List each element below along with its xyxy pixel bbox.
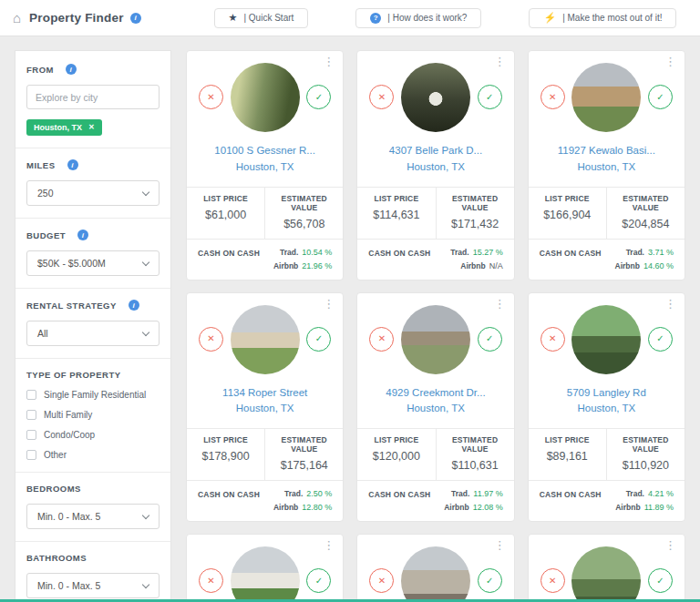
checkbox-single-family[interactable]: Single Family Residential (26, 390, 160, 400)
accept-button[interactable]: ✓ (648, 327, 673, 352)
accept-button[interactable]: ✓ (478, 85, 502, 109)
accept-button[interactable]: ✓ (306, 568, 331, 593)
property-card: ⋮ ✕ ✓ 4929 Creekmont Dr... Houston, TX L… (356, 292, 514, 523)
miles-select[interactable]: 250 (26, 180, 160, 206)
type-of-property-label: TYPE OF PROPERTY (26, 370, 160, 380)
list-price-header: LIST PRICE (189, 435, 262, 444)
accept-button[interactable]: ✓ (306, 327, 331, 352)
quick-start-label: | Quick Start (243, 13, 293, 23)
city-line: Houston, TX (407, 161, 465, 172)
reject-button[interactable]: ✕ (199, 327, 223, 352)
property-photo[interactable] (231, 63, 300, 132)
property-photo[interactable] (571, 546, 641, 602)
trad-label: Trad. (450, 248, 468, 257)
checkbox-multi-family[interactable]: Multi Family (26, 410, 160, 420)
property-photo[interactable] (231, 305, 300, 374)
make-the-most-button[interactable]: ⚡ | Make the most out of it! (529, 8, 676, 28)
price-table: LIST PRICE$114,631 ESTIMATED VALUE$171,4… (357, 187, 513, 239)
property-card: ⋮ ✕ ✓ 7030 Hazen Street Houston, TX (186, 534, 344, 602)
accept-button[interactable]: ✓ (648, 568, 673, 593)
card-kebab-menu[interactable]: ⋮ (661, 537, 680, 553)
x-icon: ✕ (549, 93, 556, 102)
budget-select[interactable]: $50K - $5.000M (26, 250, 160, 276)
accept-button[interactable]: ✓ (478, 327, 502, 352)
estimated-value-value: $204,854 (609, 218, 683, 230)
property-photo[interactable] (571, 63, 641, 132)
airbnb-label: Airbnb (460, 261, 485, 270)
price-table: LIST PRICE$61,000 ESTIMATED VALUE$56,708 (187, 187, 343, 239)
accept-button[interactable]: ✓ (648, 85, 673, 109)
card-kebab-menu[interactable]: ⋮ (319, 54, 338, 69)
city-tag: Houston, TX ✕ (26, 119, 102, 136)
property-photo[interactable] (401, 305, 470, 374)
checkbox-condo-coop[interactable]: Condo/Coop (26, 430, 160, 440)
reject-button[interactable]: ✕ (369, 327, 394, 352)
reject-button[interactable]: ✕ (540, 85, 565, 109)
cash-on-cash-label: CASH ON CASH (198, 248, 260, 258)
address-line: 1134 Roper Street (222, 387, 307, 398)
checkbox-other[interactable]: Other (26, 450, 160, 460)
city-search-input[interactable] (26, 85, 160, 109)
reject-button[interactable]: ✕ (540, 327, 565, 352)
checkbox-icon[interactable] (26, 430, 36, 440)
checkbox-icon[interactable] (26, 410, 36, 420)
quick-start-button[interactable]: ★ | Quick Start (214, 8, 309, 28)
question-icon: ? (370, 13, 381, 24)
home-icon[interactable]: ⌂ (13, 11, 21, 25)
info-icon[interactable]: i (67, 159, 78, 170)
reject-button[interactable]: ✕ (540, 568, 565, 593)
accept-button[interactable]: ✓ (306, 85, 331, 109)
how-does-it-work-button[interactable]: ? | How does it work? (355, 8, 481, 28)
divider (15, 472, 170, 473)
property-card: ⋮ ✕ ✓ 7801 Pecan Villas... Houston, TX (528, 534, 685, 602)
city-tag-label: Houston, TX (34, 123, 82, 132)
reject-button[interactable]: ✕ (199, 85, 223, 109)
remove-tag-icon[interactable]: ✕ (88, 124, 95, 131)
card-kebab-menu[interactable]: ⋮ (490, 537, 510, 553)
trad-label: Trad. (626, 489, 644, 498)
property-address-link[interactable]: 4929 Creekmont Dr... Houston, TX (357, 385, 513, 418)
property-address-link[interactable]: 4307 Belle Park D... Houston, TX (357, 143, 513, 176)
budget-label: BUDGET i (26, 230, 160, 240)
city-line: Houston, TX (577, 403, 635, 413)
reject-button[interactable]: ✕ (369, 85, 394, 109)
card-kebab-menu[interactable]: ⋮ (661, 54, 680, 69)
property-address-link[interactable]: 1134 Roper Street Houston, TX (187, 385, 343, 418)
airbnb-label: Airbnb (444, 503, 468, 512)
make-the-most-label: | Make the most out of it! (562, 13, 662, 23)
card-kebab-menu[interactable]: ⋮ (490, 296, 510, 311)
list-price-value: $61,000 (189, 209, 262, 221)
trad-value: 3.71 % (648, 248, 674, 257)
cash-on-cash-section: CASH ON CASH Trad.2.50 % Airbnb12.80 % (187, 480, 343, 521)
property-photo[interactable] (571, 305, 641, 374)
property-address-link[interactable]: 5709 Langley Rd Houston, TX (529, 385, 685, 418)
info-icon[interactable]: i (130, 13, 141, 24)
property-finder-page: ⌂ Property Finder i ★ | Quick Start ? | … (0, 0, 700, 602)
info-icon[interactable]: i (66, 64, 77, 75)
bedrooms-select[interactable]: Min. 0 - Max. 5 (26, 504, 160, 529)
list-price-header: LIST PRICE (189, 194, 262, 203)
reject-button[interactable]: ✕ (369, 568, 394, 593)
info-icon[interactable]: i (77, 230, 88, 240)
accept-button[interactable]: ✓ (478, 568, 502, 593)
card-kebab-menu[interactable]: ⋮ (319, 537, 338, 553)
checkbox-icon[interactable] (26, 390, 36, 400)
bathrooms-select[interactable]: Min. 0 - Max. 5 (26, 573, 160, 598)
card-kebab-menu[interactable]: ⋮ (319, 296, 338, 311)
card-kebab-menu[interactable]: ⋮ (661, 296, 680, 311)
budget-value: $50K - $5.000M (37, 258, 106, 269)
estimated-value-header: ESTIMATED VALUE (609, 194, 683, 212)
property-photo[interactable] (401, 546, 470, 602)
property-address-link[interactable]: 10100 S Gessner R... Houston, TX (187, 143, 343, 176)
property-address-link[interactable]: 11927 Kewalo Basi... Houston, TX (529, 143, 685, 176)
rental-strategy-select[interactable]: All (26, 321, 160, 346)
trad-value: 10.54 % (302, 248, 332, 257)
card-kebab-menu[interactable]: ⋮ (490, 54, 510, 69)
checkbox-icon[interactable] (26, 450, 36, 460)
airbnb-label: Airbnb (615, 261, 640, 270)
info-icon[interactable]: i (129, 300, 139, 311)
property-photo[interactable] (231, 546, 300, 602)
header: ⌂ Property Finder i ★ | Quick Start ? | … (0, 0, 700, 36)
property-photo[interactable] (401, 63, 470, 132)
reject-button[interactable]: ✕ (199, 568, 223, 593)
